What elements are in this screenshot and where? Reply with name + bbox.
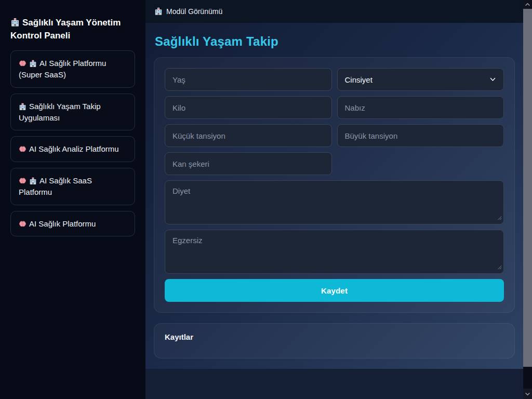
age-input[interactable]: [165, 68, 332, 91]
diet-textarea[interactable]: [165, 180, 504, 224]
hospital-icon: [154, 7, 163, 16]
health-form-card: CinsiyetKaydet: [154, 57, 515, 313]
brain-icon: [19, 60, 26, 68]
hospital-icon: [29, 177, 37, 185]
page-title: Sağlıklı Yaşam Takip: [155, 34, 515, 49]
scrollbar-thumb[interactable]: [523, 9, 532, 367]
hospital-icon: [29, 60, 37, 68]
select-value: Cinsiyet: [345, 75, 373, 84]
exercise-textarea-wrap: [165, 230, 504, 274]
sidebar-item-1[interactable]: Sağlıklı Yaşam Takip Uygulaması: [10, 94, 135, 131]
diet-textarea-wrap: [165, 180, 504, 224]
records-title: Kayıtlar: [165, 332, 504, 341]
hospital-icon: [10, 18, 20, 27]
sidebar-item-3[interactable]: AI Sağlık SaaS Platformu: [10, 168, 135, 205]
sidebar-item-label: Sağlıklı Yaşam Takip Uygulaması: [19, 102, 101, 122]
brain-icon: [19, 145, 26, 153]
app-title-text: Sağlıklı Yaşam Yönetim Kontrol Paneli: [10, 18, 121, 41]
sidebar-nav: AI Sağlık Platformu (Super SaaS)Sağlıklı…: [10, 50, 135, 236]
topbar-title: Modül Görünümü: [166, 7, 222, 16]
sidebar: Sağlıklı Yaşam Yönetim Kontrol Paneli AI…: [0, 0, 145, 399]
save-button[interactable]: Kaydet: [165, 279, 504, 302]
vertical-scrollbar: [523, 0, 532, 399]
diastolic-input[interactable]: [165, 124, 332, 147]
sidebar-item-label: AI Sağlık Analiz Platformu: [29, 144, 119, 153]
brain-icon: [19, 220, 26, 228]
scroll-up-button[interactable]: [523, 0, 532, 9]
sidebar-item-0[interactable]: AI Sağlık Platformu (Super SaaS): [10, 50, 135, 88]
health-form: CinsiyetKaydet: [165, 68, 504, 302]
sidebar-item-2[interactable]: AI Sağlık Analiz Platformu: [10, 136, 135, 162]
resize-handle-icon[interactable]: [497, 262, 502, 272]
resize-handle-icon[interactable]: [497, 213, 502, 222]
weight-input[interactable]: [165, 96, 332, 119]
chevron-down-icon: [489, 75, 496, 84]
pulse-input[interactable]: [337, 96, 504, 119]
sidebar-item-label: AI Sağlık Platformu: [29, 219, 96, 228]
systolic-input[interactable]: [337, 124, 504, 147]
scroll-down-button[interactable]: [523, 389, 532, 399]
topbar: Modül Görünümü: [145, 0, 523, 23]
chevron-up-icon: [525, 2, 530, 7]
sidebar-item-4[interactable]: AI Sağlık Platformu: [10, 211, 135, 237]
main-area: Modül Görünümü Sağlıklı Yaşam Takip Cins…: [145, 0, 523, 399]
app-title: Sağlıklı Yaşam Yönetim Kontrol Paneli: [10, 17, 135, 42]
blood-sugar-input[interactable]: [165, 152, 332, 175]
brain-icon: [19, 177, 26, 185]
exercise-textarea[interactable]: [165, 230, 504, 274]
module-panel: Sağlıklı Yaşam Takip CinsiyetKaydet Kayı…: [145, 23, 523, 369]
gender-select[interactable]: Cinsiyet: [337, 68, 504, 91]
records-card: Kayıtlar: [154, 323, 515, 358]
chevron-down-icon: [525, 391, 530, 397]
hospital-icon: [19, 103, 26, 111]
